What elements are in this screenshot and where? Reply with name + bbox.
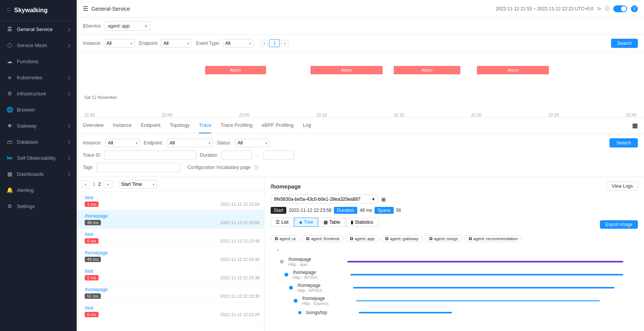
sidebar-label-alerting: Alerting bbox=[17, 187, 34, 193]
trace-status-select[interactable]: All bbox=[235, 139, 269, 147]
trace-id-input[interactable] bbox=[104, 151, 196, 160]
sidebar-item-database[interactable]: 🗃 Database ❯ bbox=[0, 134, 77, 150]
start-badge: Start bbox=[271, 207, 286, 214]
trace-endpoint-1: /homepage bbox=[85, 213, 108, 219]
view-list-btn[interactable]: ☰ List bbox=[271, 218, 294, 227]
sidebar-label-service-mesh: Service Mesh bbox=[17, 43, 47, 48]
timeline-search-btn[interactable]: Search bbox=[611, 39, 638, 48]
service-tag-3[interactable]: agent::gateway bbox=[381, 235, 423, 242]
trace-item-4[interactable]: /test 1 ms 2022-11-12 22:23:38 bbox=[77, 265, 264, 284]
chevron-icon-database: ❯ bbox=[67, 140, 71, 144]
span-sub-0: Http - ajax bbox=[288, 262, 311, 267]
split-container: ‹ 1 2 › Start Time /test bbox=[77, 177, 644, 331]
info-icon[interactable]: ⓘ bbox=[605, 5, 610, 12]
dot-icon-1 bbox=[306, 237, 309, 240]
sidebar: ⍨ Skywalking ☰ General Service ❯ ⬡ Servi… bbox=[0, 0, 77, 331]
event-type-label: Event Type: bbox=[196, 41, 220, 46]
chevron-icon-self-obs: ❯ bbox=[67, 156, 71, 160]
tab-ebpf-profiling[interactable]: eBPF Profiling bbox=[262, 118, 294, 133]
view-table-btn[interactable]: ▦ Table bbox=[319, 218, 345, 227]
page-1[interactable]: 1 bbox=[93, 182, 95, 187]
sidebar-item-alerting[interactable]: 🔔 Alerting bbox=[0, 182, 77, 198]
toggle-switch[interactable] bbox=[613, 5, 627, 12]
trace-endpoint-3: /homepage bbox=[85, 250, 108, 256]
alarm-bar-4: Alarm bbox=[477, 66, 549, 74]
event-type-select[interactable]: All bbox=[223, 39, 253, 48]
trace-endpoint-label: Endpoint: bbox=[144, 140, 163, 146]
config-vocab-link[interactable]: Configuration Vocabulary page bbox=[187, 165, 250, 170]
duration-to-input[interactable] bbox=[263, 151, 294, 160]
sidebar-item-dashboards[interactable]: ▦ Dashboards ❯ bbox=[0, 166, 77, 182]
sidebar-item-kubernetes[interactable]: ⎈ Kubernetes ❯ bbox=[0, 69, 77, 85]
chart-timeline: 21:55 22:00 22:05 22:10 22:15 22:20 22:2… bbox=[77, 113, 644, 117]
service-tag-1[interactable]: agent::frontend bbox=[302, 235, 343, 242]
sidebar-item-functions[interactable]: ☁ Functions bbox=[0, 53, 77, 69]
tab-log[interactable]: Log bbox=[303, 118, 311, 133]
sidebar-item-infrastructure[interactable]: ⚙ Infrastructure ❯ bbox=[0, 85, 77, 102]
prev-page-btn[interactable]: ‹ bbox=[81, 180, 90, 188]
database-icon: 🗃 bbox=[6, 138, 13, 145]
chart-date: Sat 12 November bbox=[83, 95, 638, 100]
help-icon: ⓘ bbox=[254, 164, 259, 171]
trace-detail: /homepage View Logs 8fe5830a-be5a-43c0-b… bbox=[264, 177, 644, 331]
main-content: ☰ General-Service 2022-11-12 21:53 ~ 202… bbox=[77, 0, 644, 331]
page-2[interactable]: 2 bbox=[98, 182, 101, 187]
view-buttons: ☰ List ◆ Tree ▦ Table ▮ bbox=[271, 218, 378, 227]
trace-duration-3: 49 ms bbox=[85, 257, 101, 262]
trace-item-0[interactable]: /test 1 ms 2022-11-12 22:23:58 bbox=[77, 192, 264, 210]
tab-icon-area: ▦ bbox=[632, 122, 638, 129]
span-dot-1 bbox=[284, 273, 288, 277]
sidebar-label-functions: Functions bbox=[17, 59, 38, 64]
tags-input[interactable] bbox=[96, 163, 181, 172]
trace-instance-select[interactable]: All bbox=[105, 139, 140, 147]
chevron-down-icon: ▾ bbox=[372, 197, 375, 202]
sidebar-item-browser[interactable]: 🌐 Browser bbox=[0, 102, 77, 118]
trace-item-2[interactable]: /test 0 ms 2022-11-12 22:23:48 bbox=[77, 229, 264, 247]
next-page-btn-tl[interactable]: › bbox=[281, 40, 288, 47]
service-tag-4[interactable]: agent::songs bbox=[425, 235, 462, 242]
sidebar-item-service-mesh[interactable]: ⬡ Service Mesh ❯ bbox=[0, 37, 77, 53]
table-icon[interactable]: ▦ bbox=[632, 122, 638, 129]
instance-select[interactable]: All bbox=[104, 39, 135, 48]
tab-overview[interactable]: Overview bbox=[83, 118, 104, 133]
trace-item-5[interactable]: /homepage 51 ms 2022-11-12 22:23:38 bbox=[77, 284, 264, 302]
sidebar-item-settings[interactable]: ⚙ Settings bbox=[0, 198, 77, 214]
view-statistics-btn[interactable]: ▮ Statistics bbox=[346, 218, 378, 227]
export-btn[interactable]: Export image bbox=[600, 220, 638, 229]
sidebar-item-gateway[interactable]: ❖ Gateway ❯ bbox=[0, 118, 77, 134]
top-bar-title-area: ☰ General-Service bbox=[83, 5, 130, 12]
tab-trace-profiling[interactable]: Trace Profiling bbox=[220, 118, 252, 133]
tab-instance[interactable]: Instance bbox=[113, 118, 131, 133]
tab-topology[interactable]: Topology bbox=[170, 118, 190, 133]
span-sub-3: Http - Express bbox=[302, 301, 329, 306]
trace-duration-6: 0 ms bbox=[85, 312, 99, 317]
service-tag-5[interactable]: agent::recommendation bbox=[465, 235, 522, 242]
copy-icon[interactable]: ▣ bbox=[381, 196, 386, 202]
sidebar-item-self-observability[interactable]: 5w Self Observability ❯ bbox=[0, 150, 77, 166]
trace-endpoint-select[interactable]: All bbox=[167, 139, 213, 147]
trace-item-3[interactable]: /homepage 49 ms 2022-11-12 22:23:48 bbox=[77, 247, 264, 265]
sidebar-item-general-service[interactable]: ☰ General Service ❯ bbox=[0, 21, 77, 37]
service-tag-2[interactable]: agent::app bbox=[346, 235, 379, 242]
settings-icon: ⚙ bbox=[6, 203, 13, 210]
trace-search-btn[interactable]: Search bbox=[610, 138, 638, 147]
sidebar-label-gateway: Gateway bbox=[17, 123, 36, 129]
trace-item-6[interactable]: /test 0 ms 2022-11-12 22:23:28 bbox=[77, 302, 264, 321]
refresh-icon[interactable]: ↻ bbox=[597, 6, 601, 11]
service-tag-0[interactable]: agent::ui bbox=[271, 235, 300, 242]
view-logs-btn[interactable]: View Logs bbox=[607, 182, 638, 191]
service-select[interactable]: agent::app bbox=[105, 21, 151, 31]
trace-filter-row-1: Instance: All Endpoint: All Status: All … bbox=[83, 138, 638, 147]
trace-id-label: Trace ID bbox=[83, 152, 100, 158]
trace-item-1[interactable]: /homepage 48 ms 2022-11-12 22:23:58 bbox=[77, 210, 264, 229]
duration-from-input[interactable] bbox=[221, 151, 252, 160]
prev-page-btn-tl[interactable]: ‹ bbox=[261, 40, 268, 47]
tab-trace[interactable]: Trace bbox=[199, 118, 212, 133]
tab-endpoint[interactable]: Endpoint bbox=[141, 118, 160, 133]
view-tree-btn[interactable]: ◆ Tree bbox=[294, 218, 318, 227]
endpoint-select-tl[interactable]: All bbox=[161, 39, 191, 48]
sort-select[interactable]: Start Time bbox=[118, 180, 157, 188]
trace-detail-title: /homepage bbox=[271, 183, 301, 190]
next-page-btn[interactable]: › bbox=[104, 180, 112, 188]
span-bar-area-3 bbox=[347, 297, 638, 305]
